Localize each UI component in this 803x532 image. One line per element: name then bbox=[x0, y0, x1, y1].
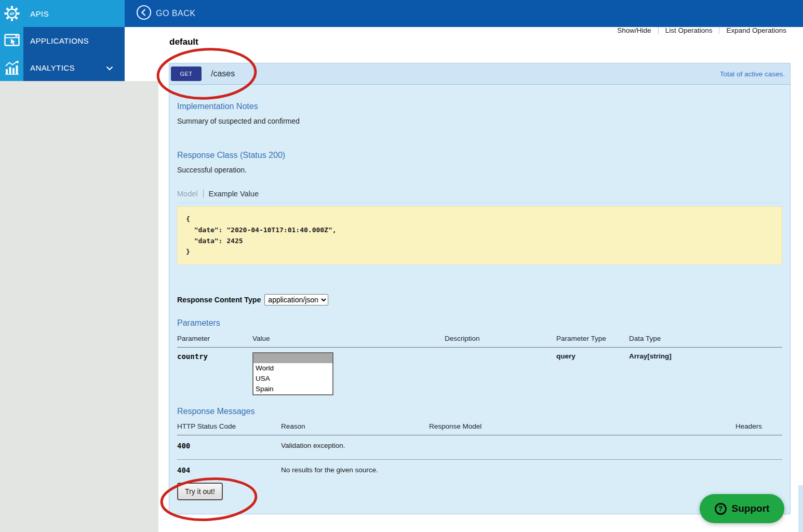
status-code: 404 bbox=[177, 466, 281, 474]
operations-toolbar: Show/Hide List Operations Expand Operati… bbox=[617, 26, 786, 34]
model-example-tabs: Model Example Value bbox=[177, 190, 782, 203]
col-response-model: Response Model bbox=[429, 422, 735, 430]
support-label: Support bbox=[732, 503, 770, 514]
parameter-name: country bbox=[177, 352, 252, 395]
bar-chart-icon bbox=[0, 54, 23, 81]
support-button[interactable]: ? Support bbox=[700, 494, 784, 523]
tab-model[interactable]: Model bbox=[177, 190, 203, 198]
status-code: 400 bbox=[177, 442, 281, 450]
go-back-button[interactable]: GO BACK bbox=[136, 5, 195, 22]
col-description: Description bbox=[445, 335, 556, 342]
response-messages-title: Response Messages bbox=[177, 407, 782, 416]
sidebar-item-analytics[interactable]: ANALYTICS bbox=[0, 54, 125, 81]
sidebar-item-applications[interactable]: APPLICATIONS bbox=[0, 27, 125, 54]
status-reason: Validation exception. bbox=[281, 442, 429, 450]
try-it-out-button[interactable]: Try it out! bbox=[177, 483, 223, 500]
question-mark-icon: ? bbox=[715, 503, 727, 515]
example-json-box: { "date": "2020-04-10T17:01:40.000Z", "d… bbox=[177, 206, 782, 264]
chevron-down-icon[interactable] bbox=[106, 63, 113, 72]
col-parameter-type: Parameter Type bbox=[556, 335, 629, 342]
response-message-row-404: 404 No results for the given source. bbox=[177, 460, 782, 474]
col-http-status-code: HTTP Status Code bbox=[177, 422, 281, 430]
sidebar: AP APIS APPLICATIONS bbox=[0, 0, 125, 81]
show-hide-link[interactable]: Show/Hide bbox=[617, 26, 651, 34]
sidebar-item-label: APPLICATIONS bbox=[23, 27, 125, 54]
listbox-option-world[interactable]: World bbox=[253, 363, 332, 374]
col-headers: Headers bbox=[735, 422, 782, 430]
response-content-type-label: Response Content Type bbox=[177, 296, 261, 304]
operation-panel: GET /cases Total of active cases. Implem… bbox=[169, 63, 791, 514]
sidebar-item-label: ANALYTICS bbox=[23, 54, 125, 81]
sidebar-item-label: APIS bbox=[23, 0, 125, 27]
operation-summary-link[interactable]: Total of active cases. bbox=[720, 70, 785, 78]
parameter-row-country: country World USA Spain query Array[stri… bbox=[177, 348, 782, 395]
implementation-notes-text: Summary of suspected and confirmed bbox=[177, 117, 782, 125]
right-edge-strip bbox=[798, 485, 803, 532]
topbar: GO BACK bbox=[125, 0, 803, 27]
operation-path[interactable]: /cases bbox=[211, 69, 235, 78]
response-content-type-select[interactable]: application/json bbox=[264, 294, 328, 305]
tab-example-value[interactable]: Example Value bbox=[209, 190, 259, 198]
parameter-data-type-value: Array[string] bbox=[629, 352, 782, 395]
country-listbox[interactable]: World USA Spain bbox=[252, 352, 333, 395]
parameters-table-header: Parameter Value Description Parameter Ty… bbox=[177, 335, 782, 348]
col-reason: Reason bbox=[281, 422, 429, 430]
sidebar-item-apis[interactable]: AP APIS bbox=[0, 0, 125, 27]
back-arrow-icon bbox=[136, 5, 152, 22]
api-section-title: default bbox=[169, 37, 198, 47]
go-back-label: GO BACK bbox=[156, 9, 195, 18]
response-class-title: Response Class (Status 200) bbox=[177, 151, 782, 160]
listbox-option-usa[interactable]: USA bbox=[253, 374, 332, 384]
response-message-row-400: 400 Validation exception. bbox=[177, 435, 782, 460]
response-content-type-row: Response Content Type application/json bbox=[177, 294, 782, 305]
tab-divider bbox=[203, 190, 204, 198]
listbox-option-spain[interactable]: Spain bbox=[253, 384, 332, 394]
col-parameter: Parameter bbox=[177, 335, 252, 342]
response-class-description: Successful operation. bbox=[177, 166, 782, 174]
svg-text:AP: AP bbox=[9, 12, 15, 16]
col-data-type: Data Type bbox=[629, 335, 782, 342]
window-cursor-icon bbox=[0, 27, 23, 54]
operation-body: Implementation Notes Summary of suspecte… bbox=[169, 102, 790, 511]
operation-header[interactable]: GET /cases Total of active cases. bbox=[169, 63, 790, 85]
listbox-selected-blank-option[interactable] bbox=[253, 353, 332, 363]
response-messages-table-header: HTTP Status Code Reason Response Model H… bbox=[177, 422, 782, 435]
http-method-badge[interactable]: GET bbox=[171, 66, 202, 81]
expand-operations-link[interactable]: Expand Operations bbox=[726, 26, 786, 34]
separator bbox=[658, 27, 659, 34]
implementation-notes-title: Implementation Notes bbox=[177, 102, 782, 111]
list-operations-link[interactable]: List Operations bbox=[665, 26, 713, 34]
sidebar-background bbox=[0, 81, 158, 532]
separator bbox=[719, 27, 719, 34]
parameter-type-value: query bbox=[556, 352, 629, 395]
col-value: Value bbox=[252, 335, 445, 342]
api-gear-icon: AP bbox=[0, 0, 23, 27]
parameters-title: Parameters bbox=[177, 318, 782, 328]
status-reason: No results for the given source. bbox=[281, 466, 429, 474]
parameter-description bbox=[445, 352, 556, 395]
